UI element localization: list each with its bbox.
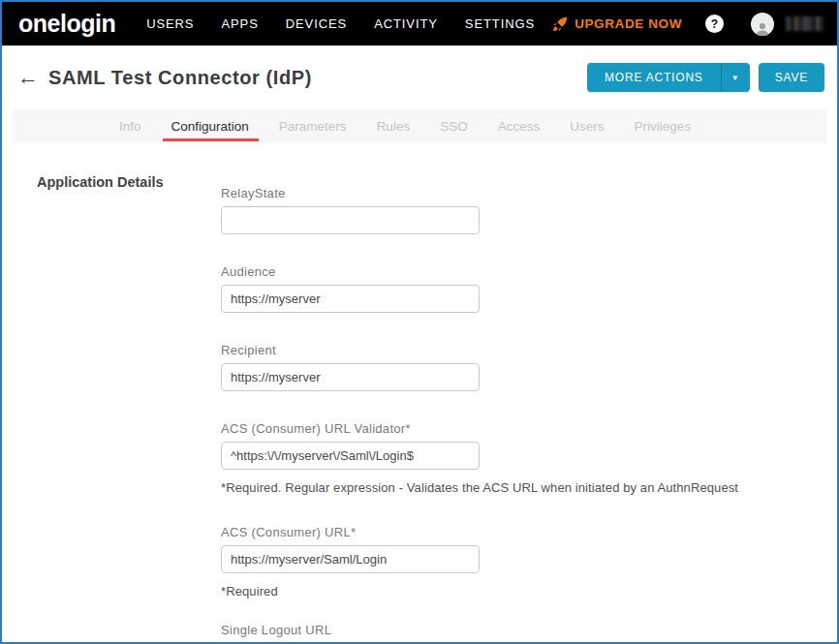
- page-header: ← SAML Test Connector (IdP) MORE ACTIONS…: [2, 46, 837, 109]
- field-single-logout-url: Single Logout URL: [221, 624, 480, 644]
- recipient-input[interactable]: [221, 363, 480, 391]
- tab-info[interactable]: Info: [119, 109, 141, 143]
- single-logout-url-label: Single Logout URL: [221, 624, 480, 637]
- tab-sso[interactable]: SSO: [440, 109, 468, 143]
- tab-users[interactable]: Users: [570, 109, 604, 143]
- tab-bar: Info Configuration Parameters Rules SSO …: [13, 109, 826, 143]
- rocket-icon: [552, 16, 568, 32]
- back-arrow-icon[interactable]: ←: [17, 67, 39, 88]
- section-label-application-details: Application Details: [37, 174, 164, 190]
- upgrade-now-label: UPGRADE NOW: [575, 16, 682, 31]
- configuration-panel: Application Details RelayState Audience …: [2, 143, 837, 642]
- field-relaystate: RelayState: [221, 187, 480, 234]
- relaystate-label: RelayState: [221, 187, 480, 200]
- more-actions-label[interactable]: MORE ACTIONS: [587, 63, 721, 92]
- nav-item-activity[interactable]: ACTIVITY: [360, 16, 451, 31]
- acs-url-helper: *Required: [221, 584, 480, 598]
- acs-url-validator-label: ACS (Consumer) URL Validator*: [221, 422, 480, 436]
- field-recipient: Recipient: [221, 344, 480, 391]
- tab-rules[interactable]: Rules: [377, 109, 411, 143]
- nav-items: USERS APPS DEVICES ACTIVITY SETTINGS: [133, 16, 548, 31]
- audience-label: Audience: [221, 265, 480, 279]
- acs-url-validator-helper: *Required. Regular expression - Validate…: [221, 480, 480, 495]
- avatar[interactable]: [751, 13, 774, 36]
- upgrade-now-button[interactable]: UPGRADE NOW: [552, 16, 682, 32]
- field-acs-url-validator: ACS (Consumer) URL Validator* *Required.…: [221, 422, 480, 495]
- configuration-form: RelayState Audience Recipient ACS (Consu…: [221, 187, 480, 644]
- nav-item-users[interactable]: USERS: [133, 16, 207, 31]
- tab-parameters[interactable]: Parameters: [279, 109, 347, 143]
- nav-item-devices[interactable]: DEVICES: [272, 16, 360, 31]
- audience-input[interactable]: [221, 285, 480, 313]
- more-actions-button[interactable]: MORE ACTIONS ▼: [587, 63, 750, 92]
- relaystate-input[interactable]: [221, 206, 480, 234]
- acs-url-label: ACS (Consumer) URL*: [221, 526, 480, 539]
- header-buttons: MORE ACTIONS ▼ SAVE: [587, 63, 824, 92]
- tab-configuration[interactable]: Configuration: [171, 109, 249, 143]
- field-acs-url: ACS (Consumer) URL* *Required: [221, 526, 480, 598]
- tab-access[interactable]: Access: [498, 109, 541, 143]
- field-audience: Audience: [221, 265, 480, 313]
- top-navbar: onelogin USERS APPS DEVICES ACTIVITY SET…: [2, 2, 837, 46]
- onelogin-logo[interactable]: onelogin: [18, 10, 115, 38]
- page-title: SAML Test Connector (IdP): [48, 67, 312, 89]
- save-button[interactable]: SAVE: [759, 63, 824, 92]
- tab-privileges[interactable]: Privileges: [634, 109, 691, 143]
- help-icon[interactable]: ?: [705, 15, 724, 33]
- acs-url-input[interactable]: [221, 545, 480, 573]
- recipient-label: Recipient: [221, 344, 480, 357]
- acs-url-validator-input[interactable]: [221, 442, 480, 470]
- chevron-down-icon[interactable]: ▼: [722, 63, 750, 92]
- user-name-redacted[interactable]: [786, 16, 823, 31]
- nav-item-apps[interactable]: APPS: [207, 16, 271, 31]
- nav-item-settings[interactable]: SETTINGS: [451, 16, 548, 31]
- person-icon: [755, 21, 770, 36]
- topbar-right: UPGRADE NOW ?: [552, 13, 823, 36]
